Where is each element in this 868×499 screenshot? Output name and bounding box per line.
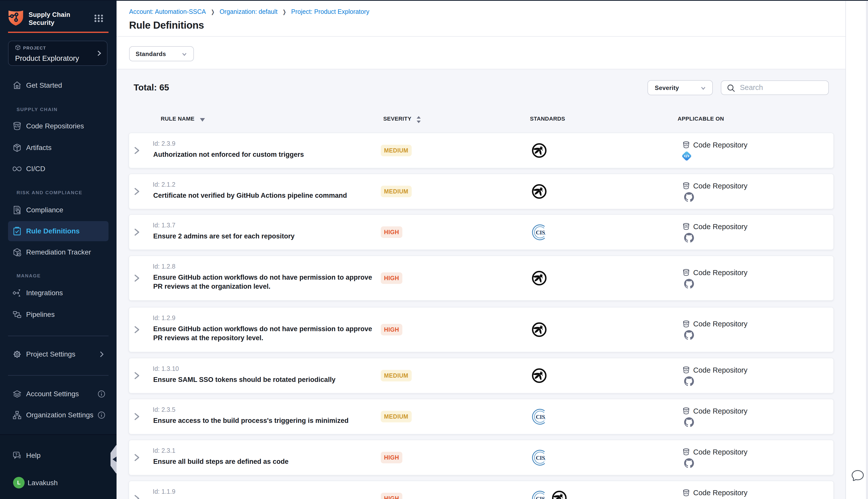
svg-text:?: ?: [15, 452, 17, 457]
